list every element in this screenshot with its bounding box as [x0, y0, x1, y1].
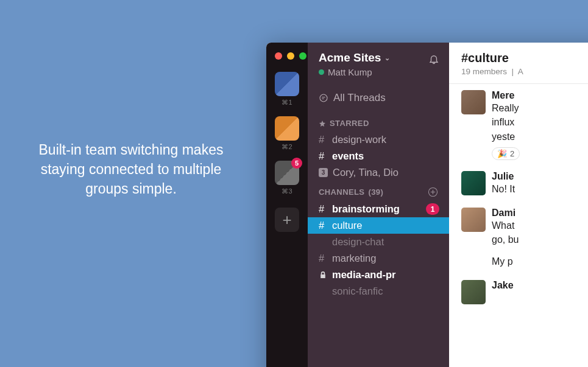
- dm-names: Cory, Tina, Dio: [333, 167, 398, 178]
- member-count: 19 members: [461, 67, 507, 76]
- meta-separator: |: [512, 67, 514, 76]
- sidebar-channel-design-chat[interactable]: # design-chat: [308, 234, 449, 250]
- messages-list: Mere Really influx yeste 🎉 2 Julie No! I…: [449, 84, 588, 304]
- presence-dot-icon: [319, 69, 324, 75]
- message-author[interactable]: Jake: [492, 280, 588, 291]
- channels-label: CHANNELS: [319, 187, 364, 197]
- add-team-button[interactable]: +: [275, 208, 299, 232]
- team-switcher-rail: ⌘1 ⌘2 5 ⌘3 +: [266, 43, 308, 367]
- minimize-window-button[interactable]: [287, 52, 294, 60]
- team-icon: [275, 72, 299, 96]
- user-presence: Matt Kump: [319, 67, 390, 77]
- channel-header: #culture 19 members | A: [449, 43, 588, 84]
- window-controls: [275, 52, 306, 60]
- hash-icon: #: [319, 220, 327, 231]
- message-author[interactable]: Dami: [492, 208, 588, 218]
- channel-name: brainstorming: [332, 203, 400, 215]
- threads-icon: [319, 93, 328, 103]
- all-threads-label: All Threads: [333, 92, 386, 104]
- message-text: influx: [492, 116, 588, 129]
- avatar[interactable]: [461, 280, 486, 304]
- message-text: My p: [492, 255, 588, 268]
- team-icon: [275, 116, 299, 141]
- hash-icon: #: [319, 203, 327, 215]
- message-text: No! It: [492, 183, 588, 196]
- mention-badge: 1: [426, 203, 439, 215]
- channel-name: sonic-fanfic: [332, 285, 383, 297]
- team-shortcut-label: ⌘2: [282, 143, 292, 151]
- sidebar-channel-brainstorming[interactable]: # brainstorming 1: [308, 201, 449, 217]
- message-item: Jake: [461, 280, 588, 304]
- maximize-window-button[interactable]: [299, 52, 306, 60]
- channel-name: events: [332, 150, 364, 162]
- reaction-count: 2: [510, 149, 514, 158]
- dm-member-count-icon: 3: [319, 168, 328, 177]
- message-author[interactable]: Julie: [492, 171, 588, 182]
- hash-icon: #: [319, 134, 327, 145]
- app-window: ⌘1 ⌘2 5 ⌘3 + Acme Sites ⌄ Matt Kump: [266, 43, 588, 367]
- message-item: Dami What go, bu My p: [461, 208, 588, 269]
- add-channel-button[interactable]: [428, 187, 438, 197]
- hash-icon: #: [319, 150, 327, 162]
- message-text: What: [492, 219, 588, 232]
- channel-name: design-chat: [332, 236, 384, 248]
- channel-name: media-and-pr: [332, 269, 396, 281]
- current-user-name: Matt Kump: [328, 67, 372, 77]
- channel-name: design-work: [332, 134, 386, 145]
- sidebar-channel-design-work[interactable]: # design-work: [308, 131, 449, 148]
- channels-count: (39): [368, 187, 383, 197]
- hash-icon: #: [319, 253, 327, 264]
- channel-name: culture: [332, 220, 363, 231]
- avatar[interactable]: [461, 90, 486, 114]
- channel-name: marketing: [332, 253, 376, 264]
- channel-meta: 19 members | A: [461, 67, 588, 76]
- all-threads-link[interactable]: All Threads: [308, 87, 449, 113]
- avatar[interactable]: [461, 208, 486, 232]
- channel-title: #culture: [461, 51, 588, 65]
- plus-icon: +: [282, 211, 291, 229]
- chevron-down-icon: ⌄: [384, 54, 390, 62]
- reaction-emoji: 🎉: [497, 149, 507, 158]
- notifications-bell-icon[interactable]: [428, 54, 439, 65]
- team-switcher-item-2[interactable]: ⌘2: [275, 116, 299, 157]
- marketing-text: Built-in team switching makes staying co…: [30, 140, 232, 199]
- lock-icon: [319, 271, 327, 279]
- starred-section-header: STARRED: [308, 113, 449, 131]
- channel-sidebar: Acme Sites ⌄ Matt Kump All Threads ST: [308, 43, 449, 367]
- team-switcher-item-3[interactable]: 5 ⌘3: [275, 161, 299, 201]
- reaction-button[interactable]: 🎉 2: [492, 147, 520, 160]
- star-icon: [319, 120, 326, 127]
- sidebar-channel-media-and-pr[interactable]: media-and-pr: [308, 267, 449, 283]
- sidebar-channel-events[interactable]: # events: [308, 148, 449, 164]
- notification-badge: 5: [291, 158, 302, 169]
- channels-section-header: CHANNELS (39): [308, 181, 449, 201]
- avatar[interactable]: [461, 171, 486, 195]
- message-text: Really: [492, 102, 588, 115]
- svg-point-0: [320, 94, 327, 102]
- message-author[interactable]: Mere: [492, 90, 588, 101]
- message-text: yeste: [492, 130, 588, 144]
- starred-label: STARRED: [330, 119, 369, 128]
- team-name: Acme Sites ⌄: [319, 51, 390, 65]
- sidebar-dm-group[interactable]: 3 Cory, Tina, Dio: [308, 164, 449, 181]
- close-window-button[interactable]: [275, 52, 282, 60]
- sidebar-channel-marketing[interactable]: # marketing: [308, 250, 449, 267]
- sidebar-channel-sonic-fanfic[interactable]: # sonic-fanfic: [308, 283, 449, 299]
- message-item: Mere Really influx yeste 🎉 2: [461, 90, 588, 160]
- team-name-text: Acme Sites: [319, 51, 381, 65]
- team-switcher-item-1[interactable]: ⌘1: [275, 72, 299, 113]
- meta-extra: A: [518, 67, 523, 76]
- sidebar-header[interactable]: Acme Sites ⌄ Matt Kump: [308, 51, 449, 87]
- message-text: go, bu: [492, 233, 588, 246]
- message-pane: #culture 19 members | A Mere Really infl…: [449, 43, 588, 367]
- message-item: Julie No! It: [461, 171, 588, 196]
- team-shortcut-label: ⌘1: [282, 99, 292, 107]
- sidebar-channel-culture[interactable]: # culture: [308, 217, 449, 234]
- team-shortcut-label: ⌘3: [282, 187, 292, 195]
